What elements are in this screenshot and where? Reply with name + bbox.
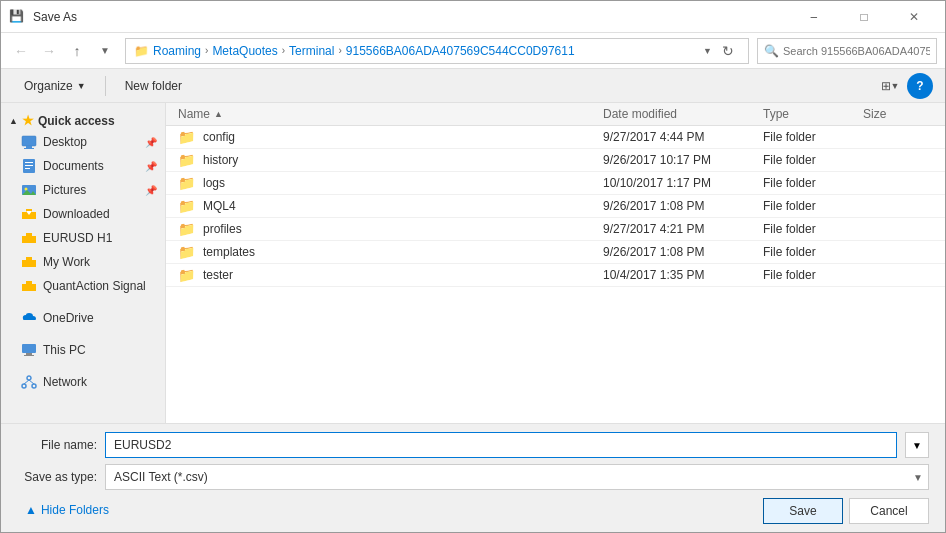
help-button[interactable]: ?	[907, 73, 933, 99]
file-date-cell: 10/10/2017 1:17 PM	[603, 176, 763, 190]
sidebar-item-thispc[interactable]: This PC	[1, 338, 165, 362]
file-name-cell: 📁 profiles	[178, 221, 603, 237]
refresh-button[interactable]: ↻	[716, 39, 740, 63]
hide-folders-label: Hide Folders	[41, 503, 109, 517]
file-row[interactable]: 📁 tester 10/4/2017 1:35 PM File folder	[166, 264, 945, 287]
search-box[interactable]: 🔍	[757, 38, 937, 64]
file-name-cell: 📁 config	[178, 129, 603, 145]
crumb-folder-icon: 📁	[134, 44, 149, 58]
file-row[interactable]: 📁 logs 10/10/2017 1:17 PM File folder	[166, 172, 945, 195]
svg-point-16	[32, 384, 36, 388]
col-type-header[interactable]: Type	[763, 107, 863, 121]
quick-access-header[interactable]: ▲ ★ Quick access	[1, 107, 165, 130]
svg-rect-4	[25, 162, 33, 163]
downloaded-label: Downloaded	[43, 207, 157, 221]
col-size-header[interactable]: Size	[863, 107, 933, 121]
hide-folders-button[interactable]: ▲ Hide Folders	[17, 499, 117, 521]
svg-rect-2	[24, 148, 34, 149]
sidebar-item-documents[interactable]: Documents 📌	[1, 154, 165, 178]
bottom-bar: File name: ▼ Save as type: ASCII Text (*…	[1, 423, 945, 532]
col-name-header[interactable]: Name ▲	[178, 107, 603, 121]
title-bar: 💾 Save As ‒ □ ✕	[1, 1, 945, 33]
sidebar-item-mywork[interactable]: My Work	[1, 250, 165, 274]
maximize-button[interactable]: □	[841, 2, 887, 32]
save-button[interactable]: Save	[763, 498, 843, 524]
file-name-text: templates	[203, 245, 255, 259]
close-button[interactable]: ✕	[891, 2, 937, 32]
svg-rect-0	[22, 136, 36, 146]
back-button[interactable]: ←	[9, 39, 33, 63]
svg-rect-6	[25, 168, 30, 169]
svg-point-15	[22, 384, 26, 388]
sidebar-item-desktop[interactable]: Desktop 📌	[1, 130, 165, 154]
new-folder-label: New folder	[125, 79, 182, 93]
window-title: Save As	[33, 10, 77, 24]
saveastype-row: Save as type: ASCII Text (*.csv) CSV (*.…	[17, 464, 929, 490]
crumb-hash[interactable]: 915566BA06ADA407569C544CC0D97611	[346, 44, 575, 58]
minimize-button[interactable]: ‒	[791, 2, 837, 32]
organize-arrow-icon: ▼	[77, 81, 86, 91]
recent-locations-button[interactable]: ▼	[93, 39, 117, 63]
view-options-button[interactable]: ⊞ ▼	[877, 73, 903, 99]
thispc-icon	[21, 342, 37, 358]
file-name-cell: 📁 MQL4	[178, 198, 603, 214]
file-row[interactable]: 📁 history 9/26/2017 10:17 PM File folder	[166, 149, 945, 172]
sidebar-divider-1	[1, 298, 165, 306]
pictures-icon	[21, 182, 37, 198]
organize-label: Organize	[24, 79, 73, 93]
desktop-pin-icon: 📌	[145, 137, 157, 148]
file-name-text: profiles	[203, 222, 242, 236]
filename-dropdown-button[interactable]: ▼	[905, 432, 929, 458]
col-type-label: Type	[763, 107, 789, 121]
toolbar-right: ⊞ ▼ ?	[877, 73, 933, 99]
file-list-header: Name ▲ Date modified Type Size	[166, 103, 945, 126]
view-arrow-icon: ▼	[891, 81, 900, 91]
col-name-label: Name	[178, 107, 210, 121]
svg-rect-12	[26, 353, 32, 355]
cancel-button[interactable]: Cancel	[849, 498, 929, 524]
quick-access-star-icon: ★	[22, 113, 34, 128]
sidebar-item-quantaction[interactable]: QuantAction Signal	[1, 274, 165, 298]
pictures-pin-icon: 📌	[145, 185, 157, 196]
file-date-cell: 9/27/2017 4:21 PM	[603, 222, 763, 236]
crumb-roaming[interactable]: Roaming	[153, 44, 201, 58]
file-type-cell: File folder	[763, 153, 863, 167]
file-date-cell: 9/26/2017 10:17 PM	[603, 153, 763, 167]
main-content: ▲ ★ Quick access Desktop 📌	[1, 103, 945, 423]
forward-button[interactable]: →	[37, 39, 61, 63]
saveastype-select[interactable]: ASCII Text (*.csv) CSV (*.csv) Text (*.t…	[105, 464, 929, 490]
new-folder-button[interactable]: New folder	[114, 73, 193, 99]
sidebar-item-downloaded[interactable]: Downloaded	[1, 202, 165, 226]
sidebar-item-network[interactable]: Network	[1, 370, 165, 394]
mywork-label: My Work	[43, 255, 157, 269]
file-row[interactable]: 📁 config 9/27/2017 4:44 PM File folder	[166, 126, 945, 149]
file-row[interactable]: 📁 MQL4 9/26/2017 1:08 PM File folder	[166, 195, 945, 218]
save-as-dialog: 💾 Save As ‒ □ ✕ ← → ↑ ▼ 📁 Roaming › Meta…	[0, 0, 946, 533]
documents-icon	[21, 158, 37, 174]
folder-icon: 📁	[178, 175, 195, 191]
file-date-cell: 9/27/2017 4:44 PM	[603, 130, 763, 144]
organize-button[interactable]: Organize ▼	[13, 73, 97, 99]
svg-line-17	[24, 380, 29, 384]
sidebar-item-pictures[interactable]: Pictures 📌	[1, 178, 165, 202]
folder-icon: 📁	[178, 221, 195, 237]
col-date-header[interactable]: Date modified	[603, 107, 763, 121]
file-name-text: config	[203, 130, 235, 144]
file-date-cell: 9/26/2017 1:08 PM	[603, 199, 763, 213]
filename-input[interactable]	[105, 432, 897, 458]
file-row[interactable]: 📁 profiles 9/27/2017 4:21 PM File folder	[166, 218, 945, 241]
sidebar-item-eurusdh1[interactable]: EURUSD H1	[1, 226, 165, 250]
sidebar-item-onedrive[interactable]: OneDrive	[1, 306, 165, 330]
col-size-label: Size	[863, 107, 886, 121]
filename-row: File name: ▼	[17, 432, 929, 458]
file-row[interactable]: 📁 templates 9/26/2017 1:08 PM File folde…	[166, 241, 945, 264]
up-button[interactable]: ↑	[65, 39, 89, 63]
search-input[interactable]	[783, 45, 930, 57]
file-type-cell: File folder	[763, 222, 863, 236]
address-bar[interactable]: 📁 Roaming › MetaQuotes › Terminal › 9155…	[125, 38, 749, 64]
quick-access-label: Quick access	[38, 114, 115, 128]
crumb-terminal[interactable]: Terminal	[289, 44, 334, 58]
svg-rect-13	[24, 355, 34, 356]
file-name-text: logs	[203, 176, 225, 190]
crumb-metaquotes[interactable]: MetaQuotes	[212, 44, 277, 58]
